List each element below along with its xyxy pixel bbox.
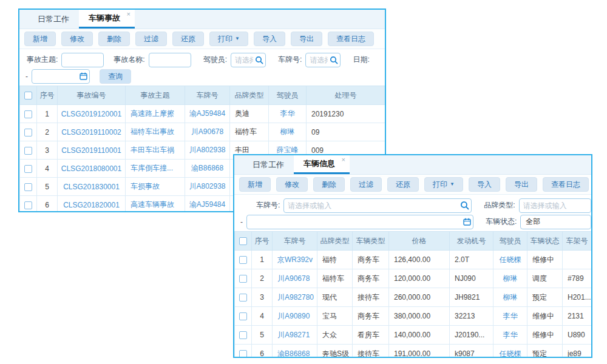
- table-row[interactable]: 6 渝B86868 奔驰S级 接待车 191,000.00 k9087 任晓棵 …: [235, 345, 592, 359]
- column-header[interactable]: 价格: [389, 232, 450, 251]
- vehicle-status-select[interactable]: 全部: [520, 215, 591, 229]
- cell-driver[interactable]: 柳琳: [493, 269, 527, 288]
- row-checkbox[interactable]: [239, 312, 247, 320]
- cell-accident-subject[interactable]: 高速车辆事故: [126, 196, 185, 213]
- search-icon[interactable]: [460, 201, 469, 210]
- tab-daily-work[interactable]: 日常工作: [243, 155, 294, 174]
- cell-accident-code[interactable]: CLSG2019120001: [58, 105, 126, 123]
- print-button[interactable]: 打印▼: [209, 32, 248, 46]
- cell-plate[interactable]: 川A982780: [273, 288, 317, 307]
- table-row[interactable]: 5 川A98271 大众 看房车 140,000.00 J20190... 李华…: [235, 326, 592, 345]
- row-checkbox[interactable]: [24, 183, 32, 191]
- date-end-input[interactable]: [246, 215, 473, 229]
- accident-name-input[interactable]: [149, 53, 191, 67]
- tab-vehicle-accident[interactable]: 车辆事故 ×: [79, 10, 135, 29]
- view-log-button[interactable]: 查看日志: [328, 32, 374, 46]
- cell-plate[interactable]: 川A90678: [273, 269, 317, 288]
- row-checkbox[interactable]: [239, 350, 247, 358]
- cell-plate[interactable]: 川A90678: [185, 123, 230, 141]
- column-header[interactable]: 品牌类型: [230, 86, 269, 105]
- cell-accident-code[interactable]: CLSG2019110001: [58, 141, 126, 160]
- row-checkbox[interactable]: [24, 147, 32, 155]
- export-button[interactable]: 导出: [291, 32, 322, 46]
- column-header[interactable]: 车牌号: [273, 232, 317, 251]
- table-row[interactable]: 2 CLSG2019110002 福特车出事故 川A90678 福特车 柳琳 0…: [20, 123, 385, 141]
- cell-plate[interactable]: 渝AJ59484: [185, 105, 230, 123]
- cell-accident-subject[interactable]: 高速路上摩擦: [126, 105, 185, 123]
- column-header[interactable]: 事故主题: [126, 86, 185, 105]
- import-button[interactable]: 导入: [469, 177, 500, 192]
- column-header[interactable]: 序号: [37, 86, 58, 105]
- import-button[interactable]: 导入: [254, 32, 285, 46]
- cell-accident-subject[interactable]: 车损事故: [126, 178, 185, 196]
- accident-subject-input[interactable]: [61, 53, 104, 67]
- add-button[interactable]: 新增: [239, 177, 271, 192]
- cell-driver[interactable]: 李华: [493, 307, 527, 326]
- close-tab-icon[interactable]: ×: [342, 156, 345, 163]
- column-header[interactable]: 事故编号: [58, 86, 126, 105]
- cell-accident-code[interactable]: CLSG2019110002: [58, 123, 126, 141]
- cell-accident-code[interactable]: CLSG201830001: [58, 178, 126, 196]
- tab-daily-work[interactable]: 日常工作: [28, 10, 79, 29]
- brand-type-input[interactable]: [519, 198, 591, 213]
- cell-driver[interactable]: 李华: [269, 105, 307, 123]
- column-header[interactable]: 车辆类型: [353, 232, 389, 251]
- row-checkbox[interactable]: [239, 331, 247, 339]
- cell-accident-subject[interactable]: 丰田车出车祸: [126, 141, 185, 160]
- modify-button[interactable]: 修改: [276, 177, 308, 192]
- plate-search-input[interactable]: [283, 198, 472, 213]
- modify-button[interactable]: 修改: [61, 32, 93, 46]
- column-header[interactable]: 车辆状态: [527, 232, 563, 251]
- column-header[interactable]: 品牌类型: [317, 232, 353, 251]
- cell-driver[interactable]: 柳琳: [493, 288, 527, 307]
- column-header[interactable]: 车架号: [563, 232, 592, 251]
- row-checkbox[interactable]: [239, 256, 247, 264]
- delete-button[interactable]: 删除: [98, 32, 130, 46]
- query-button[interactable]: 查询: [100, 69, 131, 84]
- cell-accident-code[interactable]: CLSG201820001: [58, 196, 126, 213]
- cell-accident-subject[interactable]: 福特车出事故: [126, 123, 185, 141]
- cell-plate[interactable]: 川A90890: [273, 307, 317, 326]
- column-header[interactable]: 发动机号: [450, 232, 493, 251]
- table-row[interactable]: 1 CLSG2019120001 高速路上摩擦 渝AJ59484 奥迪 李华 2…: [20, 105, 385, 123]
- cell-plate[interactable]: 渝B86868: [273, 345, 317, 359]
- cell-plate[interactable]: 京WR392v: [273, 251, 317, 269]
- table-row[interactable]: 1 京WR392v 福特 商务车 126,400.00 2.0T 任晓棵 维修中: [235, 251, 592, 269]
- column-header[interactable]: 车牌号: [185, 86, 230, 105]
- calendar-icon[interactable]: [463, 218, 471, 226]
- table-row[interactable]: 2 川A90678 福特车 商务车 120,000.00 NJ090 柳琳 调度…: [235, 269, 592, 288]
- add-button[interactable]: 新增: [24, 32, 56, 46]
- column-header[interactable]: 驾驶员: [269, 86, 307, 105]
- cell-plate[interactable]: 渝AJ59484: [185, 196, 230, 213]
- cell-accident-subject[interactable]: 车库倒车撞...: [126, 160, 185, 178]
- column-header[interactable]: 处理号: [307, 86, 385, 105]
- tab-vehicle-info[interactable]: 车辆信息 ×: [294, 155, 350, 174]
- cell-plate[interactable]: 川A98271: [273, 326, 317, 345]
- row-checkbox[interactable]: [24, 201, 32, 209]
- filter-button[interactable]: 过滤: [350, 177, 382, 192]
- restore-button[interactable]: 还原: [172, 32, 204, 46]
- close-tab-icon[interactable]: ×: [127, 10, 131, 18]
- cell-driver[interactable]: 柳琳: [269, 123, 307, 141]
- table-row[interactable]: 4 川A90890 宝马 商务车 380,000.00 32213 李华 维修中…: [235, 307, 592, 326]
- search-icon[interactable]: [330, 56, 338, 64]
- row-checkbox[interactable]: [24, 165, 32, 173]
- search-icon[interactable]: [255, 56, 263, 64]
- cell-accident-code[interactable]: CLSG2018080001: [58, 160, 126, 178]
- calendar-icon[interactable]: [80, 72, 87, 80]
- row-checkbox[interactable]: [24, 129, 32, 136]
- cell-plate[interactable]: 川A802938: [185, 178, 230, 196]
- row-checkbox[interactable]: [24, 110, 32, 118]
- cell-driver[interactable]: 任晓棵: [493, 345, 527, 359]
- cell-driver[interactable]: 李华: [493, 326, 527, 345]
- cell-plate[interactable]: 渝B86868: [185, 160, 230, 178]
- cell-plate[interactable]: 川A802938: [185, 141, 230, 160]
- delete-button[interactable]: 删除: [313, 177, 345, 192]
- select-all-checkbox[interactable]: [239, 237, 247, 245]
- table-row[interactable]: 3 川A982780 现代 接待车 260,000.00 JH9821 柳琳 预…: [235, 288, 592, 307]
- select-all-checkbox[interactable]: [24, 92, 32, 99]
- filter-button[interactable]: 过滤: [135, 32, 167, 46]
- column-header[interactable]: 驾驶员: [493, 232, 527, 251]
- cell-driver[interactable]: 任晓棵: [493, 251, 527, 269]
- print-button[interactable]: 打印▼: [424, 177, 463, 192]
